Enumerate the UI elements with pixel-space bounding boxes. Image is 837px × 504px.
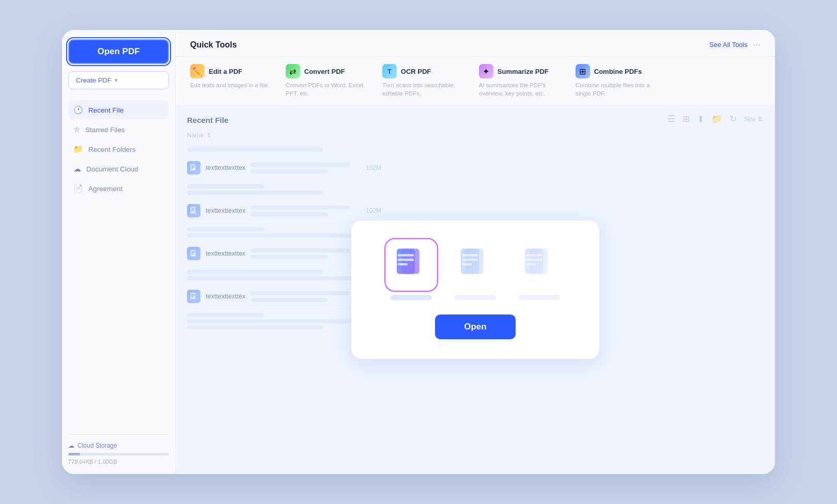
create-pdf-button[interactable]: Create PDF ▾ xyxy=(68,71,169,89)
modal-file-label-1 xyxy=(391,295,432,300)
cloud-icon: ☁ xyxy=(68,442,74,449)
cloud-storage-label: ☁ Cloud Storage xyxy=(68,442,169,449)
nav-icon-recent-folders: 📁 xyxy=(73,145,83,154)
svg-rect-25 xyxy=(462,263,472,265)
tool-summarize-pdf[interactable]: ✦ Summarize PDF AI summarizes the PDF's … xyxy=(479,64,559,98)
chevron-down-icon: ▾ xyxy=(115,77,118,84)
modal-file-icon-2 xyxy=(451,240,500,290)
svg-rect-20 xyxy=(398,263,408,265)
modal-file-item-2[interactable] xyxy=(451,240,500,300)
file-select-modal: Open xyxy=(351,220,599,359)
more-options-icon[interactable]: ··· xyxy=(753,39,761,50)
create-pdf-label: Create PDF xyxy=(76,76,112,84)
combine-pdfs-desc: Combine multiple files into a single PDF… xyxy=(576,81,656,98)
modal-file-item-1[interactable] xyxy=(386,240,436,300)
svg-rect-24 xyxy=(462,259,478,261)
combine-pdfs-icon: ⊞ xyxy=(576,64,590,78)
convert-pdf-desc: Convert PDFs to Word, Excel, PPT, etc. xyxy=(286,81,366,98)
modal-files-row xyxy=(386,240,564,300)
nav-items: 🕐 Recent File☆ Starred Files📁 Recent Fol… xyxy=(68,101,169,429)
ocr-pdf-desc: Turn scans into searchable, editable PDF… xyxy=(382,81,462,98)
sidebar-item-agreement[interactable]: 📄 Agreement xyxy=(68,179,169,198)
modal-open-button[interactable]: Open xyxy=(435,314,515,339)
sidebar-bottom: ☁ Cloud Storage 779.04KB / 1.00GB xyxy=(68,434,169,465)
nav-icon-recent-file: 🕐 xyxy=(73,105,83,115)
edit-pdf-name: Edit a PDF xyxy=(209,68,242,75)
modal-file-label-2 xyxy=(455,295,496,300)
svg-rect-17 xyxy=(401,249,420,274)
nav-icon-document-cloud: ☁ xyxy=(73,164,81,174)
sidebar-item-recent-folders[interactable]: 📁 Recent Folders xyxy=(68,140,169,159)
modal-file-item-3[interactable] xyxy=(515,240,564,300)
edit-pdf-desc: Edit texts and images in a file. xyxy=(190,81,269,89)
summarize-pdf-icon: ✦ xyxy=(479,64,493,78)
quick-tools-right: See All Tools ··· xyxy=(709,39,761,50)
svg-rect-27 xyxy=(530,249,548,274)
combine-pdfs-name: Combine PDFs xyxy=(594,68,642,75)
edit-pdf-icon: ✏️ xyxy=(190,64,205,78)
app-window: Open PDF Create PDF ▾ 🕐 Recent File☆ Sta… xyxy=(62,30,775,474)
modal-file-label-3 xyxy=(519,295,560,300)
ocr-pdf-icon: T xyxy=(382,64,397,78)
convert-pdf-icon: ⇄ xyxy=(286,64,300,78)
svg-rect-19 xyxy=(398,259,414,261)
modal-overlay: Open xyxy=(176,105,775,474)
sidebar: Open PDF Create PDF ▾ 🕐 Recent File☆ Sta… xyxy=(62,30,176,474)
open-pdf-button[interactable]: Open PDF xyxy=(68,39,169,64)
storage-text: 779.04KB / 1.00GB xyxy=(68,459,169,465)
svg-rect-28 xyxy=(526,254,542,256)
summarize-pdf-desc: AI summarizes the PDF's overview, key po… xyxy=(479,81,559,98)
svg-rect-30 xyxy=(526,263,536,265)
tool-ocr-pdf[interactable]: T OCR PDF Turn scans into searchable, ed… xyxy=(382,64,462,98)
svg-rect-29 xyxy=(526,259,542,261)
modal-file-icon-3 xyxy=(515,240,564,290)
quick-tools-title: Quick Tools xyxy=(190,40,237,50)
see-all-tools-link[interactable]: See All Tools xyxy=(709,41,748,49)
sidebar-item-starred-files[interactable]: ☆ Starred Files xyxy=(68,120,169,139)
svg-rect-22 xyxy=(466,249,484,274)
quick-tools-items: ✏️ Edit a PDF Edit texts and images in a… xyxy=(176,57,775,105)
quick-tools-bar: Quick Tools See All Tools ··· xyxy=(176,30,775,57)
sidebar-item-document-cloud[interactable]: ☁ Document Cloud xyxy=(68,160,169,178)
summarize-pdf-name: Summarize PDF xyxy=(498,68,549,75)
nav-label-agreement: Agreement xyxy=(88,185,122,193)
svg-rect-18 xyxy=(398,254,414,256)
tool-convert-pdf[interactable]: ⇄ Convert PDF Convert PDFs to Word, Exce… xyxy=(286,64,366,98)
nav-icon-starred-files: ☆ xyxy=(73,125,80,134)
main-area: Quick Tools See All Tools ··· ✏️ Edit a … xyxy=(176,30,775,474)
tool-edit-pdf[interactable]: ✏️ Edit a PDF Edit texts and images in a… xyxy=(190,64,269,98)
nav-label-document-cloud: Document Cloud xyxy=(86,165,138,173)
tool-combine-pdfs[interactable]: ⊞ Combine PDFs Combine multiple files in… xyxy=(576,64,656,98)
nav-icon-agreement: 📄 xyxy=(73,184,83,193)
convert-pdf-name: Convert PDF xyxy=(304,68,345,75)
svg-rect-23 xyxy=(462,254,478,256)
ocr-pdf-name: OCR PDF xyxy=(401,68,431,75)
modal-file-icon-selected xyxy=(386,240,436,290)
nav-label-starred-files: Starred Files xyxy=(85,126,125,134)
storage-bar-fill xyxy=(68,453,80,455)
content-area: Recent File Name ⇅ texttexttexttex xyxy=(176,105,775,474)
nav-label-recent-file: Recent File xyxy=(88,106,123,114)
sidebar-item-recent-file[interactable]: 🕐 Recent File xyxy=(68,101,169,119)
storage-bar-background xyxy=(68,453,169,455)
nav-label-recent-folders: Recent Folders xyxy=(88,146,136,153)
